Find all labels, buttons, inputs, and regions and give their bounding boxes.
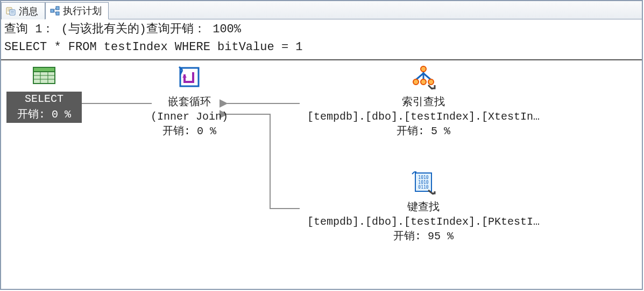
tab-label: 消息 [19,5,38,18]
svg-line-9 [54,8,56,11]
node-detail: [tempdb].[dbo].[testIndex].[XtestIn… [300,109,547,124]
key-lookup-icon: 1010 1010 0110 [411,171,436,199]
node-cost: 开销: 95 % [300,229,547,244]
query-cost-line: 查询 1： (与该批有关的)查询开销： 100% [4,23,241,36]
svg-line-21 [416,73,423,80]
svg-point-24 [421,66,426,72]
tab-label: 执行计划 [63,4,102,17]
index-seek-icon [411,66,436,94]
plan-node-key-lookup[interactable]: 1010 1010 0110 键查找 [tempdb].[dbo].[testI… [300,171,547,244]
svg-text:0110: 0110 [418,185,428,190]
svg-rect-14 [33,67,55,72]
execution-plan-icon [50,6,60,16]
node-cost: 开销: 0 % [6,107,82,123]
plan-node-select[interactable]: SELECT 开销: 0 % [6,66,82,123]
node-title: 索引查找 [300,95,547,109]
svg-line-22 [423,73,431,80]
node-cost: 开销: 0 % [136,124,243,138]
tab-messages[interactable]: 消息 [1,2,45,19]
select-result-icon [32,66,56,91]
tab-strip: 消息 执行计划 [1,1,642,19]
node-detail: [tempdb].[dbo].[testIndex].[PKtestI… [300,214,547,229]
svg-rect-6 [51,9,54,12]
execution-plan-canvas[interactable]: SELECT 开销: 0 % 嵌套循环 (Inner Join) 开销: 0 % [1,60,642,288]
query-sql-text: SELECT * FROM testIndex WHERE bitValue =… [4,40,303,54]
svg-line-10 [54,11,56,13]
svg-rect-8 [56,12,59,15]
svg-text:1010: 1010 [418,175,428,180]
svg-point-26 [421,79,426,85]
tab-execution-plan[interactable]: 执行计划 [45,2,109,19]
svg-text:1010: 1010 [418,180,428,185]
node-title: 嵌套循环 [136,95,243,109]
svg-point-25 [413,79,419,85]
query-header: 查询 1： (与该批有关的)查询开销： 100% SELECT * FROM t… [1,19,642,60]
window-frame: 消息 执行计划 查询 1： (与该批有关的)查询开销： 100% SELECT … [0,0,643,290]
svg-point-27 [428,79,434,85]
plan-node-nested-loop[interactable]: 嵌套循环 (Inner Join) 开销: 0 % [136,66,243,138]
nested-loop-icon [177,66,202,94]
node-cost: 开销: 5 % [300,124,547,138]
node-title: SELECT [6,92,82,107]
node-title: 键查找 [300,200,547,214]
node-detail: (Inner Join) [136,109,243,124]
svg-rect-7 [56,6,59,10]
svg-rect-3 [10,10,15,15]
messages-icon [6,6,16,16]
plan-node-index-seek[interactable]: 索引查找 [tempdb].[dbo].[testIndex].[XtestIn… [300,66,547,138]
